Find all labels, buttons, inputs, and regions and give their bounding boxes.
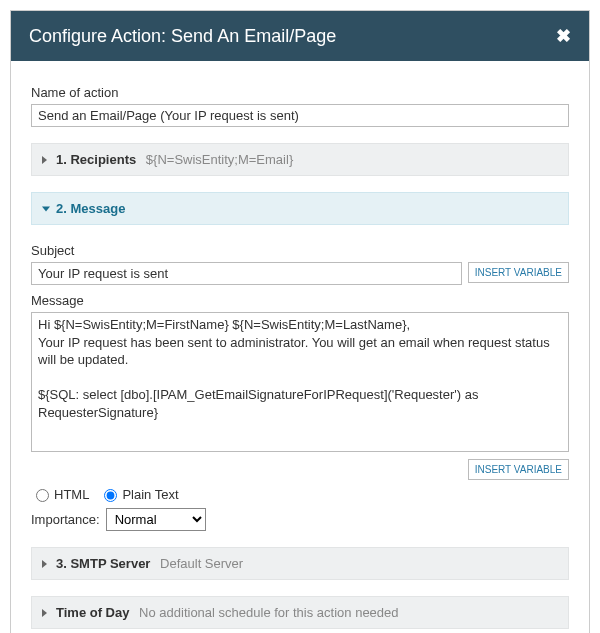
insert-variable-message-button[interactable]: INSERT VARIABLE <box>468 459 569 480</box>
chevron-right-icon <box>42 156 47 164</box>
importance-label: Importance: <box>31 512 100 527</box>
subject-input[interactable] <box>31 262 462 285</box>
chevron-right-icon <box>42 609 47 617</box>
section-time-title: Time of Day <box>56 605 129 620</box>
dialog-header: Configure Action: Send An Email/Page ✖ <box>11 11 589 61</box>
format-html-radio[interactable] <box>36 489 49 502</box>
message-textarea[interactable] <box>31 312 569 452</box>
section-time-summary: No additional schedule for this action n… <box>139 605 398 620</box>
dialog-title: Configure Action: Send An Email/Page <box>29 26 336 47</box>
close-icon[interactable]: ✖ <box>556 25 571 47</box>
section-time-of-day[interactable]: Time of Day No additional schedule for t… <box>31 596 569 629</box>
subject-label: Subject <box>31 243 569 258</box>
message-label: Message <box>31 293 569 308</box>
format-html-label[interactable]: HTML <box>54 487 89 502</box>
format-radio-group: HTML Plain Text <box>31 486 569 502</box>
section-recipients[interactable]: 1. Recipients ${N=SwisEntity;M=Email} <box>31 143 569 176</box>
section-smtp-summary: Default Server <box>160 556 243 571</box>
importance-select[interactable]: Normal <box>106 508 206 531</box>
insert-variable-subject-button[interactable]: INSERT VARIABLE <box>468 262 569 283</box>
section-recipients-title: 1. Recipients <box>56 152 136 167</box>
chevron-right-icon <box>42 560 47 568</box>
section-smtp-title: 3. SMTP Server <box>56 556 150 571</box>
chevron-down-icon <box>42 206 50 211</box>
section-message[interactable]: 2. Message <box>31 192 569 225</box>
configure-action-dialog: Configure Action: Send An Email/Page ✖ N… <box>10 10 590 633</box>
importance-row: Importance: Normal <box>31 508 569 531</box>
section-message-title: 2. Message <box>56 201 125 216</box>
name-label: Name of action <box>31 85 569 100</box>
name-input[interactable] <box>31 104 569 127</box>
message-panel: Subject INSERT VARIABLE Message INSERT V… <box>31 225 569 531</box>
format-plain-label[interactable]: Plain Text <box>122 487 178 502</box>
section-smtp[interactable]: 3. SMTP Server Default Server <box>31 547 569 580</box>
section-recipients-summary: ${N=SwisEntity;M=Email} <box>146 152 293 167</box>
dialog-body: Name of action 1. Recipients ${N=SwisEnt… <box>11 61 589 633</box>
format-plain-radio[interactable] <box>104 489 117 502</box>
